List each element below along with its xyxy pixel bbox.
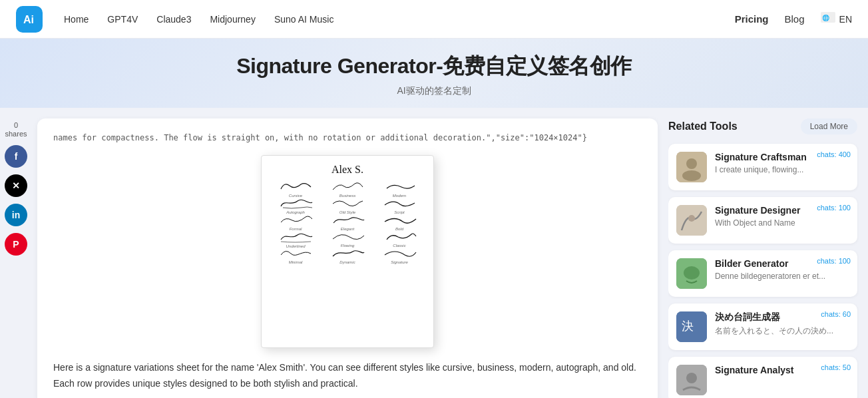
globe-icon: 🌐 xyxy=(821,12,835,27)
hero-section: Signature Generator-免费自定义签名创作 AI驱动的签名定制 xyxy=(0,39,868,108)
hero-subtitle: AI驱动的签名定制 xyxy=(0,85,868,97)
sig-row-3: Formal Elegant Bold xyxy=(270,215,425,230)
sig-row-2: Autograph Old Style Script xyxy=(270,198,425,213)
social-bar: 0 shares f ✕ in P xyxy=(0,108,32,398)
blog-link[interactable]: Blog xyxy=(785,13,805,25)
svg-text:🌐: 🌐 xyxy=(822,14,830,22)
sig-item: Autograph xyxy=(270,197,322,214)
tool-card-signature-analyst[interactable]: chats: 50 Signature Analyst xyxy=(668,357,857,398)
sig-item: Classic xyxy=(373,230,425,248)
tool-desc-2: With Object and Name xyxy=(715,218,849,229)
sig-item: Flowing xyxy=(322,230,373,248)
tool-desc-4: 名前を入れると、その人の決め... xyxy=(715,325,849,337)
sig-item: Modern xyxy=(373,180,425,198)
tool-avatar-4: 決 xyxy=(676,311,707,342)
svg-point-5 xyxy=(682,170,701,181)
signature-sheet: Alex S. Cursive Business xyxy=(261,155,434,348)
svg-point-4 xyxy=(686,158,697,169)
code-text: names for compactness. The flow is strai… xyxy=(53,132,642,144)
tool-avatar-3 xyxy=(676,258,707,289)
sig-item: Minimal xyxy=(270,247,322,264)
tool-card-kimeru[interactable]: chats: 60 決 決め台詞生成器 名前を入れると、その人の決め... xyxy=(668,303,857,350)
nav-claude3[interactable]: Claude3 xyxy=(156,14,191,25)
chat-badge-5: chats: 50 xyxy=(821,363,851,371)
sig-item: Elegant xyxy=(322,214,373,231)
related-tools-header: Related Tools Load More xyxy=(668,118,857,134)
chat-badge-4: chats: 60 xyxy=(821,310,851,318)
x-share-button[interactable]: ✕ xyxy=(5,174,27,197)
right-sidebar: Related Tools Load More chats: 400 Signa… xyxy=(668,108,868,398)
content-card: names for compactness. The flow is strai… xyxy=(37,118,658,398)
sig-row-5: Minimal Dynamic Signature xyxy=(270,248,425,263)
nav-home[interactable]: Home xyxy=(64,14,89,25)
sig-item: Script xyxy=(373,197,425,214)
svg-point-9 xyxy=(684,266,700,280)
navbar-right: Pricing Blog 🌐 EN xyxy=(735,12,852,27)
tool-card-signature-craftsman[interactable]: chats: 400 Signature Craftsman I create … xyxy=(668,144,857,190)
load-more-button[interactable]: Load More xyxy=(801,118,857,134)
tool-card-bilder-generator[interactable]: chats: 100 Bilder Generator Denne bildeg… xyxy=(668,250,857,297)
sig-item: Cursive xyxy=(270,180,322,198)
sig-row-4: Underlined Flowing Classic xyxy=(270,232,425,246)
svg-text:Ai: Ai xyxy=(23,14,34,25)
nav-suno[interactable]: Suno AI Music xyxy=(274,14,334,25)
chat-badge-1: chats: 400 xyxy=(817,150,851,158)
svg-point-7 xyxy=(688,215,695,222)
related-tools-title: Related Tools xyxy=(668,120,738,132)
sig-item: Formal xyxy=(270,214,322,231)
tool-avatar-1 xyxy=(676,152,707,182)
svg-point-13 xyxy=(686,373,697,383)
sig-row-1: Cursive Business Modern xyxy=(270,182,425,196)
pinterest-share-button[interactable]: P xyxy=(5,233,27,256)
tool-desc-3: Denne bildegeneratoren er et... xyxy=(715,271,849,282)
pricing-link[interactable]: Pricing xyxy=(735,13,769,25)
language-selector[interactable]: 🌐 EN xyxy=(821,12,852,27)
page-title: Signature Generator-免费自定义签名创作 xyxy=(0,52,868,81)
tool-avatar-2 xyxy=(676,205,707,236)
linkedin-share-button[interactable]: in xyxy=(5,204,27,226)
sig-item: Underlined xyxy=(270,230,322,248)
tool-card-signature-designer[interactable]: chats: 100 Signature Designer With Objec… xyxy=(668,197,857,244)
lang-label: EN xyxy=(839,14,852,25)
chat-badge-3: chats: 100 xyxy=(817,257,851,265)
sig-item: Business xyxy=(322,180,373,198)
sig-item: Old Style xyxy=(322,197,373,214)
logo[interactable]: Ai xyxy=(16,6,43,33)
main-layout: 0 shares f ✕ in P names for compactness.… xyxy=(0,108,868,398)
sig-item: Bold xyxy=(373,214,425,231)
tool-avatar-5 xyxy=(676,365,707,395)
nav-links: Home GPT4V Claude3 Midjourney Suno AI Mu… xyxy=(64,14,735,25)
nav-midjourney[interactable]: Midjourney xyxy=(210,14,255,25)
share-count: 0 shares xyxy=(5,121,27,138)
facebook-share-button[interactable]: f xyxy=(5,145,27,168)
svg-text:決: 決 xyxy=(682,319,694,333)
sig-name-header: Alex S. xyxy=(270,164,425,176)
sig-item: Dynamic xyxy=(322,247,373,264)
content-area: names for compactness. The flow is strai… xyxy=(32,108,668,398)
navbar: Ai Home GPT4V Claude3 Midjourney Suno AI… xyxy=(0,0,868,39)
nav-gpt4v[interactable]: GPT4V xyxy=(107,14,138,25)
signature-image-container: Alex S. Cursive Business xyxy=(53,155,642,348)
chat-badge-2: chats: 100 xyxy=(817,204,851,212)
description-text: Here is a signature variations sheet for… xyxy=(53,360,642,392)
sig-item: Signature xyxy=(373,247,425,264)
tool-desc-1: I create unique, flowing... xyxy=(715,164,849,176)
